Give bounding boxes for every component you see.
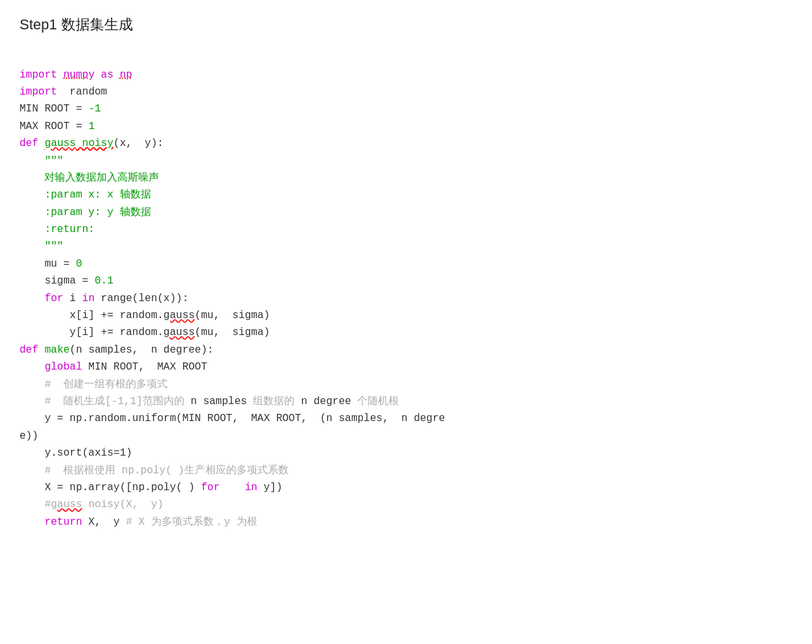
line-4: MAX ROOT = 1 [20,121,94,132]
line-25: X = np.array([np.poly( ) for in y]) [20,482,282,493]
line-17: def make(n samples, n degree): [20,344,214,356]
line-8: :param x: x 轴数据 [20,189,151,201]
line-7: 对输入数据加入高斯噪声 [20,172,159,184]
line-27: return X, y # X 为多项式系数，y 为根 [20,516,257,528]
line-23: y.sort(axis=1) [20,447,132,459]
line-2: import random [20,86,107,98]
line-22: e)) [20,430,38,442]
line-16: y[i] += random.gauss(mu, sigma) [20,327,270,338]
line-18: global MIN ROOT, MAX ROOT [20,361,207,373]
line-10: :return: [20,224,94,235]
line-15: x[i] += random.gauss(mu, sigma) [20,310,270,321]
page-title: Step1 数据集生成 [20,13,792,36]
line-21: y = np.random.uniform(MIN ROOT, MAX ROOT… [20,413,445,424]
line-13: sigma = 0.1 [20,275,113,287]
line-24: # 根据根使用 np.poly( )生产相应的多项式系数 [20,465,289,476]
line-11: """ [20,241,63,252]
line-5: def gauss noisy(x, y): [20,138,164,149]
line-3: MIN ROOT = -1 [20,103,101,115]
line-12: mu = 0 [20,258,82,270]
line-9: :param y: y 轴数据 [20,207,151,218]
line-19: # 创建一组有根的多项式 [20,379,167,390]
line-26: #gauss noisy(X, y) [20,499,164,510]
line-1: import numpy as np [20,69,132,81]
line-14: for i in range(len(x)): [20,293,188,304]
line-6: """ [20,155,63,167]
line-20: # 随机生成[-1,1]范围内的 n samples 组数据的 n degree… [20,396,399,407]
code-block: import numpy as np import random MIN ROO… [20,49,792,531]
